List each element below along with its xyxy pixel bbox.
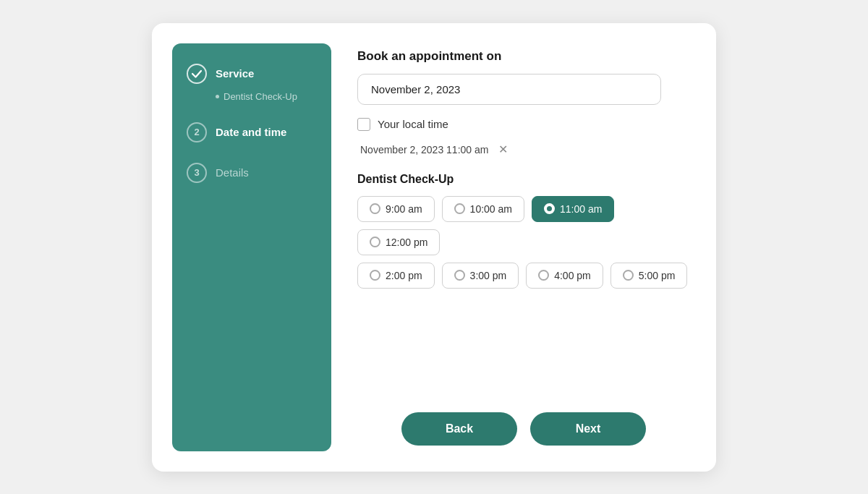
check-icon — [187, 64, 207, 84]
next-button[interactable]: Next — [530, 412, 646, 446]
sidebar-service-label: Service — [216, 67, 254, 80]
footer: Back Next — [357, 395, 690, 451]
time-slot-12pm[interactable]: 12:00 pm — [357, 229, 440, 255]
section-title: Book an appointment on — [357, 49, 690, 64]
selected-datetime-row: November 2, 2023 11:00 am ✕ — [357, 144, 690, 156]
main-content: Book an appointment on November 2, 2023 … — [352, 43, 696, 451]
sidebar-sub-service-name: Dentist Check-Up — [224, 91, 297, 102]
time-label-9am: 9:00 am — [386, 203, 422, 215]
clear-datetime-icon[interactable]: ✕ — [498, 144, 508, 156]
radio-12pm — [370, 237, 380, 247]
local-time-row: Your local time — [357, 118, 690, 131]
time-slot-11am[interactable]: 11:00 am — [532, 196, 614, 222]
sidebar-item-details[interactable]: 3 Details — [187, 163, 317, 183]
back-button[interactable]: Back — [401, 412, 517, 446]
radio-11am — [544, 203, 555, 214]
radio-5pm — [623, 270, 634, 281]
local-time-label: Your local time — [378, 118, 448, 130]
local-time-checkbox[interactable] — [357, 118, 370, 131]
time-label-10am: 10:00 am — [470, 203, 512, 215]
time-label-11am: 11:00 am — [560, 203, 602, 215]
service-label: Dentist Check-Up — [357, 173, 690, 186]
sidebar-item-service[interactable]: Service — [187, 64, 317, 84]
radio-9am — [370, 203, 380, 214]
time-grid: 9:00 am 10:00 am 11:00 am 12:00 pm — [357, 196, 690, 289]
date-input[interactable]: November 2, 2023 — [357, 74, 661, 105]
time-label-4pm: 4:00 pm — [554, 270, 591, 281]
time-label-5pm: 5:00 pm — [639, 270, 676, 281]
sidebar-details-label: Details — [216, 166, 249, 179]
sub-dot — [216, 95, 219, 98]
date-value: November 2, 2023 — [371, 83, 460, 95]
time-label-2pm: 2:00 pm — [386, 270, 422, 281]
time-label-3pm: 3:00 pm — [470, 270, 507, 281]
sidebar-service-sub: Dentist Check-Up — [216, 91, 317, 102]
selected-datetime-text: November 2, 2023 11:00 am — [360, 144, 488, 156]
time-slot-10am[interactable]: 10:00 am — [442, 196, 524, 222]
radio-2pm — [370, 270, 380, 281]
radio-10am — [454, 203, 465, 214]
time-slot-4pm[interactable]: 4:00 pm — [526, 263, 603, 289]
time-slot-9am[interactable]: 9:00 am — [357, 196, 435, 222]
time-slot-2pm[interactable]: 2:00 pm — [357, 263, 435, 289]
sidebar: Service Dentist Check-Up 2 Date and time… — [172, 43, 331, 451]
step-2-icon: 2 — [187, 122, 207, 142]
time-row-1: 9:00 am 10:00 am 11:00 am 12:00 pm — [357, 196, 690, 255]
radio-3pm — [454, 270, 465, 281]
step-3-icon: 3 — [187, 163, 207, 183]
time-label-12pm: 12:00 pm — [386, 237, 427, 248]
sidebar-item-datetime[interactable]: 2 Date and time — [187, 122, 317, 142]
time-slot-5pm[interactable]: 5:00 pm — [610, 263, 688, 289]
time-slot-3pm[interactable]: 3:00 pm — [442, 263, 519, 289]
radio-4pm — [538, 270, 549, 281]
appointment-modal: Service Dentist Check-Up 2 Date and time… — [152, 23, 716, 472]
sidebar-datetime-label: Date and time — [216, 126, 286, 138]
time-row-2: 2:00 pm 3:00 pm 4:00 pm 5:00 pm — [357, 263, 690, 289]
